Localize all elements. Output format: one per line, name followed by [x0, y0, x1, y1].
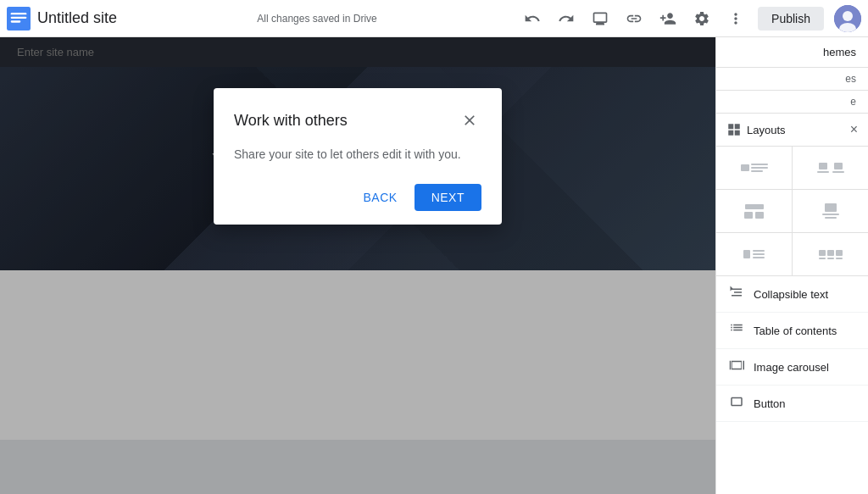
layout-cell-6[interactable] — [793, 233, 868, 275]
layout-cell-2[interactable] — [793, 147, 868, 189]
save-status: All changes saved in Drive — [257, 13, 376, 25]
undo-button[interactable] — [517, 3, 548, 34]
modal-header: Work with others — [234, 108, 481, 132]
themes-section-header: hemes — [716, 37, 868, 68]
canvas-area: Enter site name Your page title Work wit… — [0, 37, 715, 494]
svg-rect-1 — [11, 13, 27, 14]
svg-rect-2 — [11, 16, 27, 18]
header-center: All changes saved in Drive — [117, 13, 517, 25]
layout-cell-5[interactable] — [716, 233, 792, 275]
modal-footer: BACK NEXT — [234, 184, 481, 211]
themes-label: hemes — [823, 46, 856, 58]
redo-button[interactable] — [551, 3, 581, 34]
layout-icon-3 — [744, 204, 764, 219]
image-carousel-icon — [728, 358, 745, 376]
pages-section-header: e — [716, 91, 868, 114]
table-of-contents-label: Table of contents — [754, 325, 837, 337]
gear-icon — [693, 10, 710, 27]
collapsible-text-item[interactable]: Collapsible text — [716, 276, 868, 313]
right-sidebar: hemes es e Layouts × — [715, 37, 868, 494]
layout-icon-2 — [817, 163, 844, 173]
next-button[interactable]: NEXT — [415, 184, 481, 211]
button-label: Button — [754, 397, 786, 410]
modal-body-text: Share your site to let others edit it wi… — [234, 147, 461, 161]
layout-icon-5 — [743, 250, 765, 258]
layouts-icon — [726, 122, 742, 137]
settings-button[interactable] — [687, 3, 717, 34]
more-icon — [727, 10, 744, 27]
copy-link-button[interactable] — [619, 3, 649, 34]
button-item[interactable]: Button — [716, 386, 868, 422]
add-person-icon — [659, 10, 676, 27]
site-title: Untitled site — [37, 9, 117, 27]
layouts-title: Layouts — [726, 122, 786, 137]
preview-icon — [592, 10, 609, 27]
share-button[interactable] — [653, 3, 683, 34]
insert-section-header: es — [716, 68, 868, 91]
collapsible-text-icon — [728, 285, 745, 303]
layouts-header: Layouts × — [716, 114, 868, 147]
preview-button[interactable] — [585, 3, 615, 34]
svg-point-5 — [843, 11, 853, 21]
close-icon — [461, 112, 478, 129]
modal-body: Share your site to let others edit it wi… — [234, 146, 481, 164]
header-left: Untitled site — [7, 7, 117, 31]
layout-icon-1 — [741, 164, 768, 172]
redo-icon — [558, 10, 575, 27]
layout-cell-3[interactable] — [716, 190, 792, 232]
insert-label: es — [845, 73, 856, 85]
undo-icon — [524, 10, 541, 27]
layouts-label: Layouts — [747, 124, 786, 136]
dialog-work-with-others: Work with others Share your site to let … — [214, 88, 502, 225]
layout-cell-4[interactable] — [793, 190, 868, 232]
app-header: Untitled site All changes saved in Drive — [0, 0, 868, 37]
modal-overlay: Work with others Share your site to let … — [0, 37, 715, 494]
button-icon — [728, 394, 745, 413]
layouts-grid — [716, 147, 868, 276]
publish-button[interactable]: Publish — [758, 7, 824, 31]
close-button[interactable] — [458, 108, 481, 132]
layout-icon-4 — [822, 203, 839, 219]
image-carousel-label: Image carousel — [754, 361, 829, 374]
more-button[interactable] — [721, 3, 751, 34]
svg-rect-3 — [11, 20, 21, 22]
link-icon — [626, 10, 643, 27]
main-layout: Enter site name Your page title Work wit… — [0, 37, 868, 494]
avatar[interactable] — [834, 5, 861, 32]
layout-icon-6 — [819, 250, 843, 259]
modal-title: Work with others — [234, 112, 348, 130]
table-of-contents-item[interactable]: Table of contents — [716, 313, 868, 349]
back-button[interactable]: BACK — [353, 184, 408, 211]
pages-label: e — [850, 96, 856, 108]
layout-cell-1[interactable] — [716, 147, 792, 189]
collapsible-text-label: Collapsible text — [754, 288, 828, 301]
app-icon — [7, 7, 31, 31]
layouts-close-button[interactable]: × — [850, 122, 858, 137]
table-of-contents-icon — [728, 321, 745, 340]
header-actions: Publish — [517, 3, 861, 34]
image-carousel-item[interactable]: Image carousel — [716, 349, 868, 386]
avatar-icon — [834, 5, 861, 32]
